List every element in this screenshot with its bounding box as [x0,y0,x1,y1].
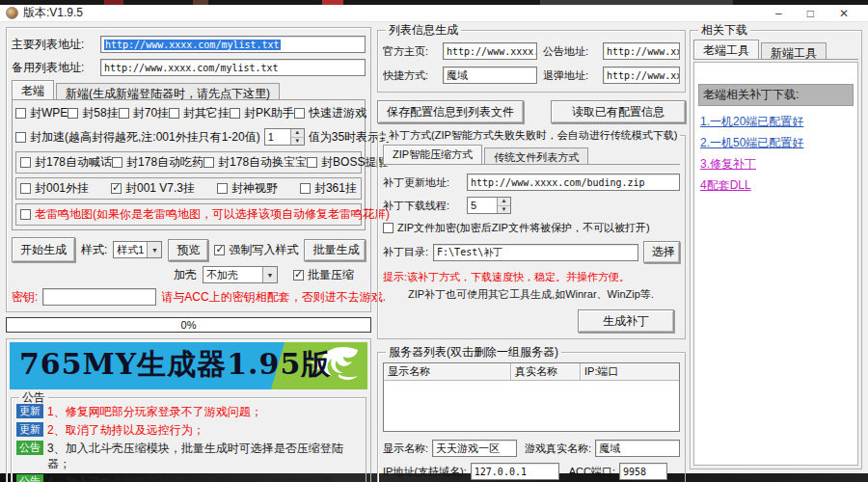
col-ip-port[interactable]: IP:端口 [581,363,679,380]
read-config-button[interactable]: 读取已有配置信息 [551,100,686,123]
checkbox-block-178-med[interactable]: 封178自动吃药 [112,154,203,171]
start-generate-button[interactable]: 开始生成 [12,237,75,262]
checkbox-block-70[interactable]: 封70挂 [119,105,169,121]
stepper-arrows[interactable]: ▲▼ [290,129,304,145]
checkbox-box[interactable] [169,108,179,119]
chevron-down-icon[interactable]: ▼ [262,267,277,282]
checkbox-block-178-pet[interactable]: 封178自动换宝宝 [203,154,307,171]
patch-group-title: 补丁方式(ZIP智能方式失败失败时，会自动进行传统模式下载) [386,128,680,142]
checkbox-block-pk[interactable]: 封PK助手 [230,105,294,121]
display-name-label: 显示名称: [383,442,428,456]
checkbox-block-001-v73[interactable]: 封001 V7.3挂 [111,180,195,197]
backup-list-input[interactable]: http://www.xxxx.com/mylist.txt [100,59,366,76]
minimize-button[interactable]: – [775,8,782,19]
ip-input[interactable]: 127.0.0.1 [471,463,559,480]
checkbox-block-178-shout[interactable]: 封178自动喊话 [20,154,112,171]
checkbox-box[interactable] [214,245,225,255]
acc-port-input[interactable]: 9958 [619,463,667,480]
preview-button[interactable]: 预览 [168,239,208,261]
download-link-fix-patch[interactable]: 3.修复补丁 [700,156,852,173]
checkbox-fast-enter[interactable]: 快速进游戏 [294,105,366,121]
checkbox-box[interactable] [15,108,26,119]
notice-item: 更新2、取消了劫持以及远控行为； [16,422,361,438]
download-link-dll[interactable]: 4配套DLL [700,177,852,194]
patch-tip-red: 提示:该补丁方式，下载速度快，稳定。并操作方便。 [383,270,680,284]
checkbox-block-speed[interactable]: 封加速(越高封得越死,注:001外挂只有1-20值) [15,129,260,146]
tab-old-client[interactable]: 老端 [12,80,54,99]
choose-dir-button[interactable]: 选择 [643,241,680,263]
key-input[interactable] [42,288,156,306]
checkbox-block-361[interactable]: 封361挂 [300,180,357,197]
tab-new-tools[interactable]: 新端工具 [761,42,827,59]
maximize-button[interactable]: □ [807,8,814,19]
checkbox-box[interactable] [293,270,304,281]
checkbox-leiming-map[interactable]: 老雷鸣地图(如果你是老雷鸣地图，可以选择该项自动修复老雷鸣花屏) [20,206,390,223]
download-link-20[interactable]: 1.一机20端已配置好 [700,114,852,130]
tab-zip-smart[interactable]: ZIP智能压缩方式 [383,145,482,164]
batch-generate-button[interactable]: 批量生成 [304,239,366,261]
patch-dir-input[interactable]: F:\Test\补丁 [433,244,638,261]
notice-badge: 公告 [16,474,43,482]
checkbox-box[interactable] [20,183,31,194]
checkbox-box[interactable] [15,132,26,143]
notice-url-label: 公告地址: [543,44,599,59]
checkbox-box[interactable] [68,108,78,119]
down-arrow-icon[interactable]: ▼ [291,138,304,146]
checkbox-block-other[interactable]: 封其它挂 [169,105,230,121]
patch-url-input[interactable]: http://www.xxxx.com/buding.zip [467,174,680,191]
bounce-url-input[interactable]: http://www.xxxx.com [603,67,680,84]
real-name-value: 魔域 [599,442,620,456]
tab-old-tools[interactable]: 老端工具 [693,40,759,59]
close-button[interactable]: ✕ [839,8,849,19]
checkbox-block-boss[interactable]: 封BOSS提醒 [307,154,388,171]
save-config-button[interactable]: 保存配置信息到列表文件 [377,100,524,123]
patch-url-label: 补丁更新地址: [383,175,462,190]
style-label: 样式: [81,242,107,258]
down-arrow-icon[interactable]: ▼ [498,206,510,214]
checkbox-box[interactable] [383,223,393,233]
checkbox-box[interactable] [294,108,305,119]
tab-traditional-list[interactable]: 传统文件列表方式 [484,147,588,164]
patch-threads-stepper[interactable]: 5▲▼ [467,197,511,214]
checkbox-box[interactable] [111,183,122,194]
notice-text: 3、加入北斗壳压缩模块，批量生成时可选择是否压缩登陆器； [47,441,361,471]
col-display-name[interactable]: 显示名称 [384,363,511,380]
checkbox-box[interactable] [112,157,122,168]
checkbox-box[interactable] [300,183,311,194]
downloads-header: 老端相关补丁下载: [698,84,854,106]
checkbox-box[interactable] [230,108,240,119]
checkbox-box[interactable] [307,157,317,168]
notice-url-input[interactable]: http://www.xxxx.com [603,42,680,60]
real-name-input[interactable]: 魔域 [595,440,680,457]
shell-select[interactable]: 不加壳▼ [203,266,278,283]
checkbox-batch-compress[interactable]: 批量压缩 [293,267,354,283]
checkbox-block-wpe[interactable]: 封WPE [15,105,68,121]
checkbox-force-style[interactable]: 强制写入样式 [214,242,298,258]
home-url-input[interactable]: http://www.xxxx.com [443,42,537,60]
col-real-name[interactable]: 真实名称 [511,363,581,380]
chevron-down-icon[interactable]: ▼ [147,242,161,257]
server-list-body[interactable] [384,381,679,431]
checkbox-box[interactable] [20,157,31,168]
checkbox-box[interactable] [217,183,228,194]
display-name-input[interactable]: 天天游戏一区 [432,440,517,457]
checkbox-block-vision[interactable]: 封神视野 [217,180,278,197]
checkbox-zip-encrypt[interactable]: ZIP文件加密(加密后ZIP文件将被保护，不可以被打开) [383,221,650,235]
checkbox-box[interactable] [20,209,31,220]
stepper-arrows[interactable]: ▲▼ [497,198,510,213]
checkbox-box[interactable] [203,157,214,168]
generate-patch-button[interactable]: 生成补丁 [578,309,674,333]
style-select[interactable]: 样式1▼ [113,241,162,258]
up-arrow-icon[interactable]: ▲ [498,198,510,206]
checkbox-box[interactable] [119,108,129,119]
shortcut-input[interactable]: 魔域 [443,67,537,84]
speed-value-stepper[interactable]: 1▲▼ [264,128,305,146]
checkbox-block-58[interactable]: 封58挂 [68,105,118,121]
server-listview[interactable]: 显示名称 真实名称 IP:端口 [383,362,680,432]
up-arrow-icon[interactable]: ▲ [291,129,304,138]
list-info-title: 列表信息生成 [386,23,461,37]
checkbox-block-001[interactable]: 封001外挂 [20,180,89,197]
download-link-50[interactable]: 2.一机50端已配置好 [700,135,852,151]
tab-new-client[interactable]: 新端(生成新端登陆器时，请先点下这里) [56,83,280,99]
primary-list-input[interactable]: http://www.xxxx.com/mylist.txt [100,36,366,53]
